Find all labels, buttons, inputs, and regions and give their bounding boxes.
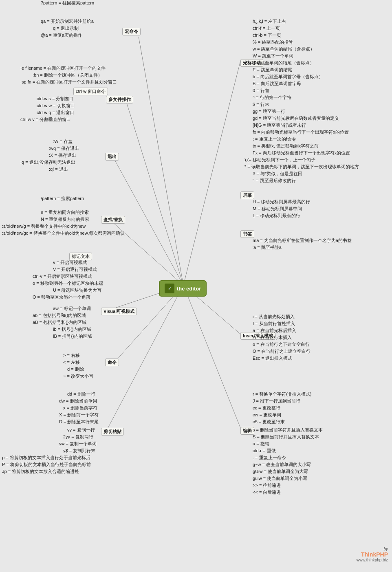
edit-item-4: c$ = 更改至行末 bbox=[253, 419, 285, 425]
cur-item-0-text: h,j,k,l = 左下上右 bbox=[253, 19, 286, 24]
multifile-item-3-text: ctrl-w s = 分割窗口 bbox=[37, 96, 74, 101]
visual-item-9-text: ib = 括号()内的区域 bbox=[53, 327, 91, 332]
visual-item-8: aB = 包括括号和{}内的区域 bbox=[33, 319, 86, 326]
cur-item-3-text: % = 跳至匹配的括号 bbox=[253, 40, 293, 44]
macro-item-1-text: q = 退出录制 bbox=[53, 26, 79, 31]
multifile-subtitle-text: ctrl-w 窗口命令 bbox=[73, 88, 108, 95]
cur-item-7: E = 跳至单词的结尾 bbox=[253, 67, 292, 73]
visual-title: Visual可视模式 bbox=[101, 308, 137, 315]
search-item-0: /pattern = 搜索pattern bbox=[41, 196, 84, 202]
quit-item-0: :W = 存盘 bbox=[53, 139, 73, 145]
screen-item-2: L = 移动光标到最低的行 bbox=[253, 213, 300, 219]
visual-item-1-text: V = 开启逐行可视模式 bbox=[53, 267, 97, 272]
cur-item-11: ^ = 行的第一个字符 bbox=[253, 95, 291, 101]
edit-item-1: J = 衔下一行加到当前行 bbox=[253, 398, 300, 404]
visual-item-5: O = 移动至区块另外一个角落 bbox=[33, 294, 90, 300]
quit-item-4: :q! = 退出 bbox=[49, 166, 68, 172]
macro-title-node: 宏命令 bbox=[122, 28, 141, 35]
ins-item-2-text: a = 在当前光标后插入 bbox=[253, 328, 296, 333]
clip-item-4: D = 删除至本行末尾 bbox=[59, 419, 99, 425]
edit-item-3-text: cw = 更改单词 bbox=[253, 412, 281, 417]
command-title-node: 命令 bbox=[105, 359, 119, 366]
clip-item-5: yy = 复制一行 bbox=[67, 427, 95, 433]
clip-item-1: dw = 删除当前单词 bbox=[59, 398, 97, 404]
multifile-item-1: :bn = 删除一个缓冲区（关闭文件） bbox=[33, 72, 102, 78]
cur-item-15-text: [N]G = 跳至第N行或者末行 bbox=[253, 123, 306, 128]
watermark: by ThinkPHP www.thinkphp.biz bbox=[357, 547, 388, 562]
cur-item-16: fx = 向前移动光标至当行下一个出现字符x的位置 bbox=[253, 129, 349, 135]
cur-item-13: gg = 跳至第一行 bbox=[253, 108, 285, 114]
edit-item-13-text: >> = 往前缩进 bbox=[253, 483, 281, 488]
visual-item-9: ib = 括号()内的区域 bbox=[53, 326, 91, 332]
cur-item-20-text: ),(= 移动光标到下一个，上一个句子 bbox=[244, 157, 315, 162]
search-item-2-text: n = 重复相同方向的搜索 bbox=[41, 210, 89, 215]
quit-item-0-text: :W = 存盘 bbox=[53, 139, 73, 144]
visual-item-4-text: U = 所选区块转换为大写 bbox=[53, 288, 101, 293]
cur-item-6-text: e = 跳至单词的结尾（含标点） bbox=[253, 60, 314, 65]
svg-line-1 bbox=[126, 102, 183, 285]
cur-item-10-text: 0 = 行首 bbox=[253, 88, 269, 93]
multifile-item-4: ctrl-w w = 切换窗口 bbox=[37, 103, 75, 109]
quit-title-node: 退出 bbox=[105, 153, 119, 161]
ins-item-5: O = 在当前行之上建立空白行 bbox=[253, 348, 311, 354]
search-item-2: n = 重复相同方向的搜索 bbox=[41, 209, 89, 216]
multifile-item-5: ctrl-w q = 退出窗口 bbox=[37, 110, 74, 116]
edit-item-2-text: cc = 更改整行 bbox=[253, 405, 280, 410]
screen-item-1: M = 移动光标到屏幕中间 bbox=[253, 206, 302, 212]
svg-line-6 bbox=[108, 285, 183, 428]
cur-item-17: ; = 重复上一次的f命令 bbox=[253, 136, 296, 142]
bookmark-title: 书签 bbox=[240, 230, 254, 238]
command-title: 命令 bbox=[105, 359, 119, 366]
cur-item-2-text: ctrl-b = 下一页 bbox=[253, 33, 281, 37]
multifile-item-0: :e filename = 在新的缓冲区打开一个的文件 bbox=[20, 65, 106, 71]
cur-item-17-text: ; = 重复上一次的f命令 bbox=[253, 136, 296, 141]
cur-item-6: e = 跳至单词的结尾（含标点） bbox=[253, 60, 314, 66]
cur-item-11-text: ^ = 行的第一个字符 bbox=[253, 95, 291, 100]
svg-line-3 bbox=[110, 220, 183, 285]
visual-item-3: o = 移动到另外一个标记区块的末端 bbox=[33, 280, 103, 286]
edit-item-9-text: . = 重复上一命令 bbox=[253, 455, 286, 460]
cur-item-12-text: $ = 行末 bbox=[253, 102, 269, 107]
clip-item-0: dd = 删除一行 bbox=[67, 391, 95, 397]
cur-item-5-text: W = 跳至下一个单词 bbox=[253, 53, 293, 58]
ins-item-0-text: i = 从当前光标处插入 bbox=[253, 314, 295, 319]
edit-item-7: u = 撤销 bbox=[253, 441, 269, 447]
cur-item-4-text: w = 跳至单词的结尾（含标点） bbox=[253, 46, 315, 51]
center-label: the editor bbox=[177, 286, 201, 292]
edit-item-0-text: r = 替换单个字符(非插入模式) bbox=[253, 392, 312, 396]
clip-item-10: P = 将剪切板的文本插入当行处于当前光标前 bbox=[2, 462, 91, 468]
edit-item-12: guiw = 使当前单词全为小写 bbox=[253, 475, 307, 482]
cur-item-21-text: * = 读取当前光标下的单词，跳至下一次出现该单词的地方 bbox=[244, 164, 359, 169]
edit-item-10-text: g~w = 改变当前单词的大小写 bbox=[253, 462, 311, 467]
multifile-item-6: ctrl-w v = 分割垂直的窗口 bbox=[20, 117, 71, 123]
cur-item-20: ),(= 移动光标到下一个，上一个句子 bbox=[244, 157, 315, 163]
watermark-url: www.thinkphp.biz bbox=[357, 558, 388, 562]
multifile-title: 多文件操作 bbox=[106, 96, 133, 103]
cur-item-23: '. = 跳至最后修改的行 bbox=[253, 178, 296, 184]
command-item-1: < = 左移 bbox=[63, 359, 80, 365]
cur-item-12: $ = 行末 bbox=[253, 101, 269, 108]
clip-item-8: y$ = 复制到行末 bbox=[63, 448, 95, 454]
macro-item-0: qa = 开始录制宏并注册给a bbox=[41, 18, 94, 24]
cur-item-9: B = 向后跳至单词首字母 bbox=[253, 81, 301, 87]
search-item-3-text: N = 重复相反方向的搜索 bbox=[41, 217, 89, 222]
mind-map: ✓ the editor 宏命令 qa = 开始录制宏并注册给a q = 退出录… bbox=[0, 0, 392, 566]
multifile-item-1-text: :bn = 删除一个缓冲区（关闭文件） bbox=[33, 73, 102, 77]
clip-item-5-text: yy = 复制一行 bbox=[67, 427, 95, 432]
macro-item-2-text: @a = 重复a宏的操作 bbox=[41, 33, 82, 37]
macro-item-2: @a = 重复a宏的操作 bbox=[41, 32, 82, 38]
macro-item-1: q = 退出录制 bbox=[53, 25, 79, 31]
edit-item-0: r = 替换单个字符(非插入模式) bbox=[253, 391, 312, 397]
clip-item-7-text: yw = 复制一个单词 bbox=[59, 441, 97, 446]
screen-item-2-text: L = 移动光标到最低的行 bbox=[253, 213, 300, 218]
search-title: 查找/替换 bbox=[101, 216, 125, 224]
edit-item-11: gUiw = 使当前单词全为大写 bbox=[253, 469, 308, 475]
edit-item-1-text: J = 衔下一行加到当前行 bbox=[253, 398, 300, 403]
macro-title: 宏命令 bbox=[122, 28, 141, 35]
svg-line-7 bbox=[183, 61, 240, 285]
cur-item-8-text: b = 向后跳至单词首字母（含标点） bbox=[253, 74, 323, 79]
search-item-1: ?pattern = 往回搜索pattern bbox=[41, 0, 94, 6]
visual-item-0-text: v = 开启可视模式 bbox=[53, 260, 87, 265]
command-item-2-text: d = 删除 bbox=[67, 367, 84, 372]
clip-item-3-text: X = 删除前一个字符 bbox=[59, 412, 99, 417]
